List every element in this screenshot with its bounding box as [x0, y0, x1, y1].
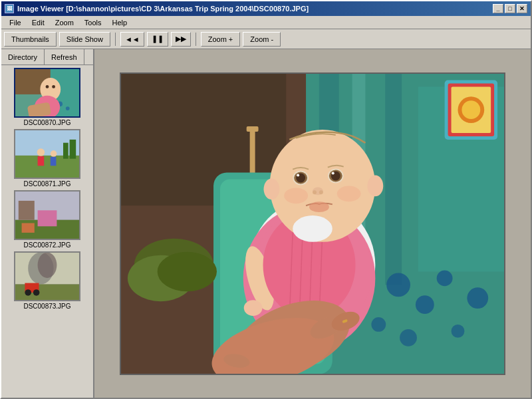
svg-rect-20 [19, 201, 35, 220]
app-icon: 🖼 [5, 4, 14, 13]
zoom-plus-button[interactable]: Zoom + [201, 32, 241, 47]
menu-zoom[interactable]: Zoom [50, 17, 79, 28]
svg-point-74 [284, 188, 308, 203]
svg-point-47 [467, 287, 488, 309]
svg-point-86 [319, 190, 323, 194]
svg-point-88 [264, 178, 280, 200]
svg-point-85 [313, 190, 317, 194]
svg-point-46 [437, 270, 453, 286]
svg-point-48 [371, 317, 386, 332]
main-image-frame [120, 72, 505, 375]
thumbnails-button[interactable]: Thumbnails [4, 32, 57, 47]
pause-button[interactable]: ❚❚ [147, 32, 168, 47]
main-image [121, 72, 504, 375]
svg-rect-37 [385, 73, 402, 285]
window-controls: _ □ ✕ [493, 4, 527, 13]
panel-header: Directory Refresh [1, 49, 93, 65]
svg-point-4 [66, 106, 70, 110]
svg-point-14 [51, 150, 57, 157]
directory-tab[interactable]: Directory [1, 49, 45, 65]
svg-point-83 [332, 172, 334, 174]
toolbar-sep-2 [196, 33, 196, 46]
maximize-button[interactable]: □ [505, 4, 515, 13]
svg-point-25 [38, 253, 57, 278]
svg-point-49 [400, 329, 417, 346]
main-area: Directory Refresh [1, 49, 531, 398]
svg-point-44 [386, 273, 410, 297]
thumbnail-image[interactable] [14, 251, 80, 301]
menu-edit[interactable]: Edit [27, 17, 50, 28]
slideshow-button[interactable]: Slide Show [59, 32, 110, 47]
svg-point-6 [46, 85, 49, 88]
svg-point-7 [52, 85, 55, 88]
svg-rect-32 [250, 126, 255, 179]
thumbnail-image[interactable] [14, 190, 80, 240]
svg-point-55 [158, 251, 217, 291]
close-button[interactable]: ✕ [517, 4, 527, 13]
thumbnail-image[interactable] [14, 68, 80, 118]
thumbnail-panel: Directory Refresh [1, 49, 94, 398]
menu-file[interactable]: File [4, 17, 27, 28]
thumbnail-item[interactable]: DSC00873.JPG [4, 251, 90, 310]
svg-rect-15 [51, 157, 57, 166]
thumbnail-label: DSC00871.JPG [23, 180, 70, 188]
thumbnail-list[interactable]: DSC00870.JPG [1, 65, 93, 398]
svg-rect-16 [63, 143, 68, 159]
svg-rect-13 [38, 156, 45, 166]
svg-point-90 [293, 215, 332, 242]
svg-point-87 [309, 201, 329, 212]
svg-point-89 [367, 175, 383, 196]
menu-help[interactable]: Help [107, 17, 133, 28]
svg-point-79 [297, 174, 299, 176]
toolbar-sep-1 [115, 33, 116, 46]
title-bar: 🖼 Image Viewer [D:\shannon\pictures\CD 3… [1, 1, 531, 16]
thumbnail-label: DSC00873.JPG [23, 303, 70, 310]
svg-rect-22 [22, 223, 35, 233]
minimize-button[interactable]: _ [493, 4, 503, 13]
thumbnail-label: DSC00872.JPG [23, 241, 70, 249]
svg-rect-17 [70, 140, 76, 159]
svg-point-75 [337, 186, 361, 201]
svg-rect-33 [247, 126, 259, 132]
svg-point-43 [462, 100, 480, 119]
refresh-tab[interactable]: Refresh [45, 49, 84, 65]
svg-point-29 [33, 289, 40, 296]
window-title: Image Viewer [D:\shannon\pictures\CD 3\A… [17, 5, 309, 13]
svg-point-12 [37, 148, 45, 156]
svg-rect-21 [38, 210, 57, 226]
prev-prev-button[interactable]: ◄◄ [120, 32, 144, 47]
svg-point-28 [25, 289, 31, 296]
toolbar: Thumbnails Slide Show ◄◄ ❚❚ ▶▶ Zoom + Zo… [1, 29, 531, 49]
thumbnail-item[interactable]: DSC00872.JPG [4, 190, 90, 249]
thumbnail-item[interactable]: DSC00871.JPG [4, 129, 90, 188]
thumbnail-image[interactable] [14, 129, 80, 179]
thumbnail-label: DSC00870.JPG [23, 119, 70, 126]
image-area [94, 49, 531, 398]
svg-point-60 [244, 300, 263, 316]
svg-point-45 [416, 295, 434, 314]
menu-tools[interactable]: Tools [79, 17, 107, 28]
svg-point-50 [452, 324, 465, 337]
svg-rect-11 [15, 156, 79, 178]
next-next-button[interactable]: ▶▶ [171, 32, 191, 47]
main-window: 🖼 Image Viewer [D:\shannon\pictures\CD 3… [0, 0, 532, 399]
zoom-minus-button[interactable]: Zoom - [243, 32, 281, 47]
menu-bar: File Edit Zoom Tools Help [1, 16, 531, 29]
thumbnail-item[interactable]: DSC00870.JPG [4, 68, 90, 126]
